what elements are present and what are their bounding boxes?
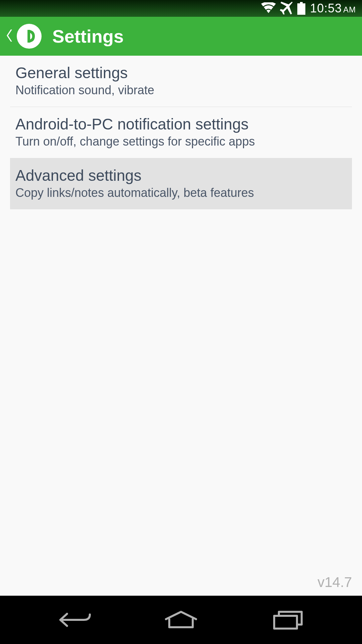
app-icon[interactable] (17, 24, 42, 49)
wifi-icon (261, 2, 276, 14)
status-time-value: 10:53 (310, 1, 342, 15)
settings-content: General settings Notification sound, vib… (0, 56, 362, 209)
nav-recent-button[interactable] (265, 606, 312, 633)
page-title: Settings (52, 26, 124, 47)
navigation-bar (0, 596, 362, 644)
settings-item-title: General settings (15, 64, 347, 82)
battery-icon (297, 2, 305, 15)
settings-item-general[interactable]: General settings Notification sound, vib… (10, 56, 352, 107)
svg-rect-0 (300, 2, 303, 3)
version-label: v14.7 (317, 574, 352, 590)
settings-item-subtitle: Turn on/off, change settings for specifi… (15, 135, 347, 149)
svg-rect-1 (297, 3, 305, 15)
settings-item-android-to-pc[interactable]: Android-to-PC notification settings Turn… (10, 107, 352, 158)
status-icons (261, 2, 305, 15)
svg-rect-3 (274, 616, 297, 629)
settings-item-subtitle: Copy links/notes automatically, beta fea… (15, 186, 347, 200)
settings-item-advanced[interactable]: Advanced settings Copy links/notes autom… (10, 158, 352, 209)
settings-item-title: Advanced settings (15, 166, 347, 184)
settings-item-title: Android-to-PC notification settings (15, 115, 347, 133)
nav-home-button[interactable] (158, 606, 204, 633)
airplane-icon (280, 2, 293, 15)
action-bar: Settings (0, 17, 362, 56)
status-time-ampm: AM (343, 5, 356, 14)
settings-item-subtitle: Notification sound, vibrate (15, 83, 347, 97)
status-bar: 10:53 AM (0, 0, 362, 17)
back-button[interactable] (7, 30, 13, 43)
nav-back-button[interactable] (50, 606, 97, 633)
status-time: 10:53 AM (310, 1, 356, 15)
